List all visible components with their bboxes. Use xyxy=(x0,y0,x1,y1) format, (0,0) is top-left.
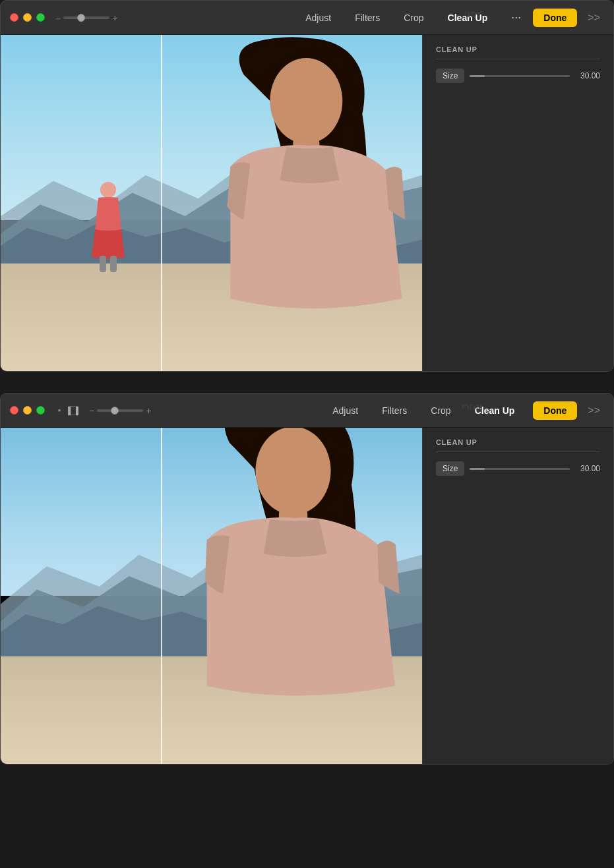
cleanup-section-title-after: CLEAN UP xyxy=(436,438,600,446)
photo-before xyxy=(1,35,422,371)
svg-rect-4 xyxy=(100,256,106,272)
split-view-icons: ▪ ▌▐ xyxy=(54,406,78,415)
close-button-before[interactable] xyxy=(10,13,18,22)
tab-cleanup-after[interactable]: Clean Up xyxy=(463,401,527,420)
zoom-plus-after[interactable]: + xyxy=(146,405,151,416)
comparison-line-before[interactable] xyxy=(161,35,162,371)
traffic-lights-after xyxy=(10,406,45,415)
zoom-button-after[interactable] xyxy=(36,406,45,415)
toolbar-tabs-before: Adjust Filters Crop Clean Up xyxy=(293,9,499,27)
comparison-line-after[interactable] xyxy=(161,428,162,764)
tab-adjust-after[interactable]: Adjust xyxy=(321,401,370,420)
zoom-control-before: − + xyxy=(55,13,117,23)
chevron-button-before[interactable]: >> xyxy=(584,9,604,26)
tab-adjust-before[interactable]: Adjust xyxy=(293,9,343,27)
image-area-before[interactable] xyxy=(1,35,422,371)
zoom-control-after: − + xyxy=(89,405,151,416)
more-button-before[interactable]: ··· xyxy=(506,8,526,27)
size-slider-fill-before xyxy=(470,75,485,77)
section-divider-after xyxy=(436,451,600,452)
chevron-button-after[interactable]: >> xyxy=(584,402,604,419)
size-slider-track-after[interactable] xyxy=(470,468,570,470)
cleanup-section-title-before: CLEAN UP xyxy=(436,45,600,53)
tab-crop-before[interactable]: Crop xyxy=(392,9,435,27)
single-view-icon[interactable]: ▪ xyxy=(54,406,65,415)
zoom-button-before[interactable] xyxy=(36,13,45,22)
zoom-slider-thumb-after xyxy=(111,407,119,415)
done-button-before[interactable]: Done xyxy=(533,9,577,27)
size-row-before: Size 30.00 xyxy=(436,69,600,83)
pink-figure-before xyxy=(85,178,131,277)
done-button-after[interactable]: Done xyxy=(533,401,577,420)
svg-point-6 xyxy=(270,58,343,144)
image-area-after[interactable] xyxy=(1,428,422,764)
tab-cleanup-before[interactable]: Clean Up xyxy=(436,9,500,27)
zoom-slider-after[interactable] xyxy=(97,409,143,412)
zoom-minus-before[interactable]: − xyxy=(55,13,61,23)
size-value-before: 30.00 xyxy=(575,71,600,80)
main-subject-after xyxy=(140,428,422,764)
titlebar-before: − + Adjust Filters Crop Clean Up ··· Don… xyxy=(1,1,613,35)
split-view-icon[interactable]: ▌▐ xyxy=(68,406,78,415)
photo-after xyxy=(1,428,422,764)
size-row-after: Size 30.00 xyxy=(436,461,600,476)
minimize-button-before[interactable] xyxy=(23,13,32,22)
toolbar-tabs-after: Adjust Filters Crop Clean Up xyxy=(321,401,526,420)
svg-point-11 xyxy=(255,428,330,515)
size-label-button-after[interactable]: Size xyxy=(436,461,464,476)
svg-rect-5 xyxy=(110,256,117,272)
before-window: − + Adjust Filters Crop Clean Up ··· Don… xyxy=(0,0,614,372)
svg-point-3 xyxy=(100,182,116,198)
size-value-after: 30.00 xyxy=(575,464,600,473)
content-area-before: CLEAN UP Size 30.00 xyxy=(1,35,613,371)
tab-filters-before[interactable]: Filters xyxy=(343,9,392,27)
titlebar-after: ▪ ▌▐ − + Adjust Filters Crop Clean Up xyxy=(1,393,613,428)
tab-crop-after[interactable]: Crop xyxy=(419,401,462,420)
traffic-lights-before xyxy=(10,13,45,22)
size-slider-fill-after xyxy=(470,468,485,470)
tab-filters-after[interactable]: Filters xyxy=(370,401,419,420)
zoom-minus-after[interactable]: − xyxy=(89,405,94,416)
size-label-button-before[interactable]: Size xyxy=(436,69,464,83)
zoom-slider-before[interactable] xyxy=(63,16,109,19)
minimize-button-after[interactable] xyxy=(23,406,32,415)
section-divider-before xyxy=(436,59,600,59)
content-area-after: CLEAN UP Size 30.00 xyxy=(1,428,613,764)
main-subject-before xyxy=(177,35,422,371)
sidebar-before: CLEAN UP Size 30.00 xyxy=(422,35,613,371)
size-slider-track-before[interactable] xyxy=(470,75,570,77)
sidebar-after: CLEAN UP Size 30.00 xyxy=(422,428,613,764)
zoom-plus-before[interactable]: + xyxy=(112,13,117,23)
after-window: ▪ ▌▐ − + Adjust Filters Crop Clean Up xyxy=(0,393,614,765)
close-button-after[interactable] xyxy=(10,406,18,415)
zoom-slider-thumb-before xyxy=(77,14,85,22)
